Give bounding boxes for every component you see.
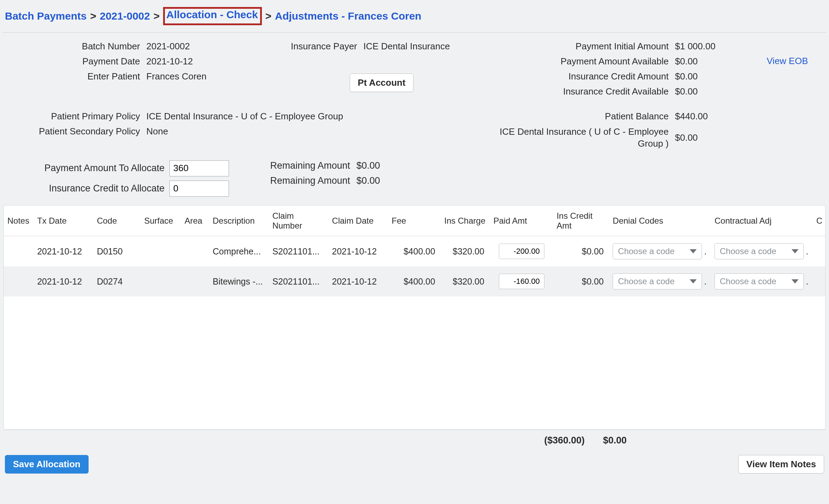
breadcrumb-separator: > (264, 10, 273, 22)
cell-surface (141, 266, 181, 296)
label-enter-patient: Enter Patient (7, 71, 140, 82)
cell-denial-codes: Choose a code . (609, 266, 711, 296)
totals-row: ($360.00) $0.00 (4, 430, 825, 449)
cell-paid-amt (490, 236, 553, 267)
cell-description: Comprehe... (209, 236, 269, 267)
value-enter-patient: Frances Coren (146, 71, 284, 82)
th-description[interactable]: Description (209, 205, 269, 236)
breadcrumb-current: Adjustments - Frances Coren (275, 10, 421, 22)
label-secondary-policy: Patient Secondary Policy (7, 126, 140, 137)
chevron-down-icon (690, 279, 697, 284)
cell-tx-date: 2021-10-12 (34, 266, 93, 296)
input-ins-credit-to-allocate[interactable] (169, 181, 229, 197)
cell-c (813, 236, 825, 267)
cell-tx-date: 2021-10-12 (34, 236, 93, 267)
cell-ins-credit-amt: $0.00 (553, 266, 609, 296)
cell-code: D0150 (93, 236, 141, 267)
value-payment-date: 2021-10-12 (146, 56, 284, 67)
cell-paid-amt (490, 266, 553, 296)
label-payment-to-allocate: Payment Amount To Allocate (7, 163, 165, 174)
th-surface[interactable]: Surface (141, 205, 181, 236)
label-insurance-payer: Insurance Payer (284, 41, 357, 52)
total-credit: $0.00 (585, 435, 627, 446)
th-paid-amt[interactable]: Paid Amt (490, 205, 553, 236)
dot-icon: . (702, 276, 706, 287)
cell-claim-date: 2021-10-12 (328, 266, 388, 296)
select-placeholder: Choose a code (618, 276, 674, 286)
dot-icon: . (804, 246, 808, 257)
view-item-notes-button[interactable]: View Item Notes (738, 455, 824, 474)
th-notes[interactable]: Notes (4, 205, 34, 236)
label-ins-credit-avail: Insurance Credit Available (480, 86, 669, 97)
cell-ins-charge: $320.00 (441, 236, 490, 267)
label-payment-initial: Payment Initial Amount (480, 41, 669, 52)
th-tx-date[interactable]: Tx Date (34, 205, 93, 236)
breadcrumb-allocation-check[interactable]: Allocation - Check (166, 9, 258, 20)
value-primary-policy: ICE Dental Insurance - U of C - Employee… (146, 111, 480, 122)
cell-notes (4, 236, 34, 267)
cell-surface (141, 236, 181, 267)
table-header-row: Notes Tx Date Code Surface Area Descript… (4, 205, 825, 236)
input-paid-amt[interactable] (499, 274, 544, 289)
input-payment-to-allocate[interactable] (169, 160, 229, 176)
th-code[interactable]: Code (93, 205, 141, 236)
label-batch-number: Batch Number (7, 41, 140, 52)
value-remaining-2: $0.00 (356, 175, 420, 186)
select-denial-code[interactable]: Choose a code (613, 273, 702, 289)
cell-fee: $400.00 (388, 236, 441, 267)
th-ins-charge[interactable]: Ins Charge (441, 205, 490, 236)
save-allocation-button[interactable]: Save Allocation (5, 455, 89, 474)
cell-denial-codes: Choose a code . (609, 236, 711, 267)
th-area[interactable]: Area (181, 205, 209, 236)
select-placeholder: Choose a code (720, 276, 776, 286)
input-paid-amt[interactable] (499, 244, 544, 259)
value-ice-group: $0.00 (675, 132, 767, 143)
breadcrumb: Batch Payments > 2021-0002 > Allocation … (3, 3, 826, 33)
cell-ins-credit-amt: $0.00 (553, 236, 609, 267)
value-patient-balance: $440.00 (675, 111, 767, 122)
breadcrumb-batch-id[interactable]: 2021-0002 (100, 10, 150, 22)
label-ins-credit-to-allocate: Insurance Credit to Allocate (7, 183, 165, 194)
view-eob-link[interactable]: View EOB (767, 39, 808, 66)
cell-contractual-adj: Choose a code . (711, 236, 813, 267)
pt-account-button[interactable]: Pt Account (350, 74, 413, 92)
value-payment-initial: $1 000.00 (675, 41, 767, 52)
label-patient-balance: Patient Balance (480, 111, 669, 122)
label-ice-group: ICE Dental Insurance ( U of C - Employee… (480, 126, 669, 150)
cell-notes (4, 266, 34, 296)
cell-fee: $400.00 (388, 266, 441, 296)
select-contractual-adj[interactable]: Choose a code (715, 273, 804, 289)
th-fee[interactable]: Fee (388, 205, 441, 236)
value-payment-avail: $0.00 (675, 56, 767, 67)
cell-ins-charge: $320.00 (441, 266, 490, 296)
select-placeholder: Choose a code (720, 246, 776, 256)
th-claim-date[interactable]: Claim Date (328, 205, 388, 236)
cell-description: Bitewings -... (209, 266, 269, 296)
label-ins-credit-amt: Insurance Credit Amount (480, 71, 669, 82)
table-row[interactable]: 2021-10-12 D0274 Bitewings -... S2021101… (4, 266, 825, 296)
select-denial-code[interactable]: Choose a code (613, 243, 702, 259)
cell-contractual-adj: Choose a code . (711, 266, 813, 296)
total-paid: ($360.00) (522, 435, 585, 446)
th-denial-codes[interactable]: Denial Codes (609, 205, 711, 236)
label-remaining-1: Remaining Amount (238, 160, 350, 171)
th-c[interactable]: C (813, 205, 825, 236)
th-contractual-adj[interactable]: Contractual Adj (711, 205, 813, 236)
select-contractual-adj[interactable]: Choose a code (715, 243, 804, 259)
dot-icon: . (804, 276, 808, 287)
chevron-down-icon (792, 279, 799, 284)
breadcrumb-batch-payments[interactable]: Batch Payments (5, 10, 86, 22)
breadcrumb-separator: > (89, 10, 98, 22)
allocation-table: Notes Tx Date Code Surface Area Descript… (4, 205, 825, 430)
th-ins-credit-amt[interactable]: Ins Credit Amt (553, 205, 609, 236)
breadcrumb-allocation-check-highlighted: Allocation - Check (163, 7, 262, 25)
cell-claim-number: S2021101... (269, 236, 328, 267)
value-secondary-policy: None (146, 126, 480, 137)
label-payment-avail: Payment Amount Available (480, 56, 669, 67)
table-row[interactable]: 2021-10-12 D0150 Comprehe... S2021101...… (4, 236, 825, 267)
th-claim-number[interactable]: Claim Number (269, 205, 328, 236)
label-payment-date: Payment Date (7, 56, 140, 67)
value-ins-credit-avail: $0.00 (675, 86, 767, 97)
cell-area (181, 266, 209, 296)
dot-icon: . (702, 246, 706, 257)
